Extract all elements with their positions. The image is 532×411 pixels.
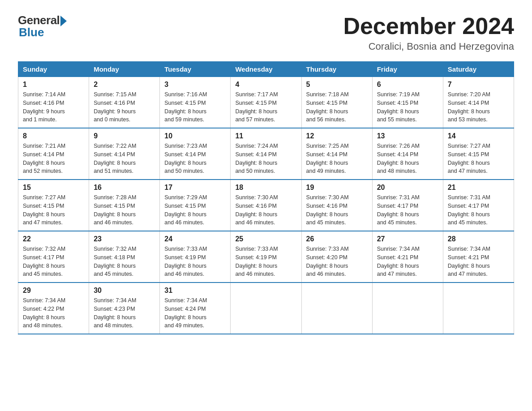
- day-info: Sunrise: 7:18 AMSunset: 4:15 PMDaylight:…: [306, 90, 368, 124]
- header-tuesday: Tuesday: [160, 62, 231, 77]
- month-title: December 2024: [343, 13, 514, 39]
- day-info: Sunrise: 7:34 AMSunset: 4:21 PMDaylight:…: [377, 245, 438, 278]
- calendar-cell: 11 Sunrise: 7:24 AMSunset: 4:14 PMDaylig…: [231, 128, 301, 180]
- day-number: 21: [448, 184, 509, 192]
- week-row-1: 1 Sunrise: 7:14 AMSunset: 4:16 PMDayligh…: [18, 77, 514, 128]
- day-number: 30: [94, 287, 155, 295]
- day-info: Sunrise: 7:15 AMSunset: 4:16 PMDaylight:…: [94, 90, 155, 124]
- day-number: 31: [164, 287, 226, 295]
- calendar-cell: 3 Sunrise: 7:16 AMSunset: 4:15 PMDayligh…: [160, 77, 231, 128]
- week-row-5: 29 Sunrise: 7:34 AMSunset: 4:22 PMDaylig…: [18, 283, 514, 334]
- day-info: Sunrise: 7:31 AMSunset: 4:17 PMDaylight:…: [448, 193, 509, 227]
- page-header: General Blue December 2024 Coralici, Bos…: [18, 13, 514, 52]
- day-number: 27: [377, 235, 438, 243]
- day-info: Sunrise: 7:29 AMSunset: 4:15 PMDaylight:…: [164, 193, 226, 227]
- day-info: Sunrise: 7:23 AMSunset: 4:14 PMDaylight:…: [164, 142, 226, 176]
- day-number: 2: [94, 81, 155, 89]
- day-info: Sunrise: 7:34 AMSunset: 4:23 PMDaylight:…: [94, 296, 155, 330]
- calendar-cell: 15 Sunrise: 7:27 AMSunset: 4:15 PMDaylig…: [18, 180, 89, 231]
- calendar-cell: 12 Sunrise: 7:25 AMSunset: 4:14 PMDaylig…: [301, 128, 372, 180]
- day-number: 1: [23, 81, 84, 89]
- calendar-cell: 30 Sunrise: 7:34 AMSunset: 4:23 PMDaylig…: [89, 283, 160, 334]
- calendar-cell: 22 Sunrise: 7:32 AMSunset: 4:17 PMDaylig…: [18, 231, 89, 283]
- calendar-cell: [372, 283, 443, 334]
- week-row-4: 22 Sunrise: 7:32 AMSunset: 4:17 PMDaylig…: [18, 231, 514, 283]
- day-number: 18: [235, 184, 296, 192]
- day-number: 11: [235, 132, 296, 140]
- day-info: Sunrise: 7:16 AMSunset: 4:15 PMDaylight:…: [164, 90, 226, 124]
- day-number: 24: [164, 235, 226, 243]
- calendar-cell: 20 Sunrise: 7:31 AMSunset: 4:17 PMDaylig…: [372, 180, 443, 231]
- calendar-cell: 6 Sunrise: 7:19 AMSunset: 4:15 PMDayligh…: [372, 77, 443, 128]
- day-number: 15: [23, 184, 84, 192]
- day-number: 6: [377, 81, 438, 89]
- day-info: Sunrise: 7:33 AMSunset: 4:19 PMDaylight:…: [164, 245, 226, 278]
- day-info: Sunrise: 7:33 AMSunset: 4:19 PMDaylight:…: [235, 245, 296, 278]
- day-number: 9: [94, 132, 155, 140]
- day-info: Sunrise: 7:24 AMSunset: 4:14 PMDaylight:…: [235, 142, 296, 176]
- day-number: 8: [23, 132, 84, 140]
- calendar-cell: 26 Sunrise: 7:33 AMSunset: 4:20 PMDaylig…: [301, 231, 372, 283]
- day-number: 22: [23, 235, 84, 243]
- day-number: 26: [306, 235, 368, 243]
- calendar-cell: 10 Sunrise: 7:23 AMSunset: 4:14 PMDaylig…: [160, 128, 231, 180]
- calendar-cell: 29 Sunrise: 7:34 AMSunset: 4:22 PMDaylig…: [18, 283, 89, 334]
- header-friday: Friday: [372, 62, 443, 77]
- day-number: 10: [164, 132, 226, 140]
- day-number: 7: [448, 81, 509, 89]
- calendar-cell: 9 Sunrise: 7:22 AMSunset: 4:14 PMDayligh…: [89, 128, 160, 180]
- day-info: Sunrise: 7:21 AMSunset: 4:14 PMDaylight:…: [23, 142, 84, 176]
- calendar-cell: 4 Sunrise: 7:17 AMSunset: 4:15 PMDayligh…: [231, 77, 301, 128]
- calendar-cell: 31 Sunrise: 7:34 AMSunset: 4:24 PMDaylig…: [160, 283, 231, 334]
- calendar-cell: 17 Sunrise: 7:29 AMSunset: 4:15 PMDaylig…: [160, 180, 231, 231]
- calendar-cell: 5 Sunrise: 7:18 AMSunset: 4:15 PMDayligh…: [301, 77, 372, 128]
- day-number: 19: [306, 184, 368, 192]
- header-thursday: Thursday: [301, 62, 372, 77]
- day-info: Sunrise: 7:27 AMSunset: 4:15 PMDaylight:…: [23, 193, 84, 227]
- day-info: Sunrise: 7:33 AMSunset: 4:20 PMDaylight:…: [306, 245, 368, 278]
- header-wednesday: Wednesday: [231, 62, 301, 77]
- day-number: 4: [235, 81, 296, 89]
- day-number: 20: [377, 184, 438, 192]
- day-number: 29: [23, 287, 84, 295]
- week-row-2: 8 Sunrise: 7:21 AMSunset: 4:14 PMDayligh…: [18, 128, 514, 180]
- logo-blue-text: Blue: [18, 26, 44, 39]
- day-info: Sunrise: 7:22 AMSunset: 4:14 PMDaylight:…: [94, 142, 155, 176]
- logo-arrow-icon: [60, 16, 67, 26]
- calendar-cell: 1 Sunrise: 7:14 AMSunset: 4:16 PMDayligh…: [18, 77, 89, 128]
- header-sunday: Sunday: [18, 62, 89, 77]
- day-info: Sunrise: 7:34 AMSunset: 4:24 PMDaylight:…: [164, 296, 226, 330]
- day-info: Sunrise: 7:26 AMSunset: 4:14 PMDaylight:…: [377, 142, 438, 176]
- calendar-cell: 19 Sunrise: 7:30 AMSunset: 4:16 PMDaylig…: [301, 180, 372, 231]
- logo: General Blue: [18, 13, 67, 39]
- header-saturday: Saturday: [443, 62, 514, 77]
- calendar-cell: 23 Sunrise: 7:32 AMSunset: 4:18 PMDaylig…: [89, 231, 160, 283]
- day-number: 23: [94, 235, 155, 243]
- day-number: 17: [164, 184, 226, 192]
- calendar-header-row: SundayMondayTuesdayWednesdayThursdayFrid…: [18, 62, 514, 77]
- calendar-cell: 28 Sunrise: 7:34 AMSunset: 4:21 PMDaylig…: [443, 231, 514, 283]
- day-number: 5: [306, 81, 368, 89]
- day-number: 28: [448, 235, 509, 243]
- calendar-cell: 7 Sunrise: 7:20 AMSunset: 4:14 PMDayligh…: [443, 77, 514, 128]
- day-info: Sunrise: 7:20 AMSunset: 4:14 PMDaylight:…: [448, 90, 509, 124]
- calendar-cell: 14 Sunrise: 7:27 AMSunset: 4:15 PMDaylig…: [443, 128, 514, 180]
- day-info: Sunrise: 7:32 AMSunset: 4:17 PMDaylight:…: [23, 245, 84, 278]
- calendar-cell: [443, 283, 514, 334]
- day-number: 25: [235, 235, 296, 243]
- calendar-cell: 24 Sunrise: 7:33 AMSunset: 4:19 PMDaylig…: [160, 231, 231, 283]
- calendar-cell: 27 Sunrise: 7:34 AMSunset: 4:21 PMDaylig…: [372, 231, 443, 283]
- day-number: 16: [94, 184, 155, 192]
- day-number: 12: [306, 132, 368, 140]
- calendar-cell: 8 Sunrise: 7:21 AMSunset: 4:14 PMDayligh…: [18, 128, 89, 180]
- calendar-cell: 13 Sunrise: 7:26 AMSunset: 4:14 PMDaylig…: [372, 128, 443, 180]
- calendar-cell: 16 Sunrise: 7:28 AMSunset: 4:15 PMDaylig…: [89, 180, 160, 231]
- day-info: Sunrise: 7:34 AMSunset: 4:22 PMDaylight:…: [23, 296, 84, 330]
- day-number: 3: [164, 81, 226, 89]
- day-info: Sunrise: 7:30 AMSunset: 4:16 PMDaylight:…: [235, 193, 296, 227]
- calendar-cell: 2 Sunrise: 7:15 AMSunset: 4:16 PMDayligh…: [89, 77, 160, 128]
- day-info: Sunrise: 7:28 AMSunset: 4:15 PMDaylight:…: [94, 193, 155, 227]
- calendar-cell: 18 Sunrise: 7:30 AMSunset: 4:16 PMDaylig…: [231, 180, 301, 231]
- day-info: Sunrise: 7:27 AMSunset: 4:15 PMDaylight:…: [448, 142, 509, 176]
- day-number: 13: [377, 132, 438, 140]
